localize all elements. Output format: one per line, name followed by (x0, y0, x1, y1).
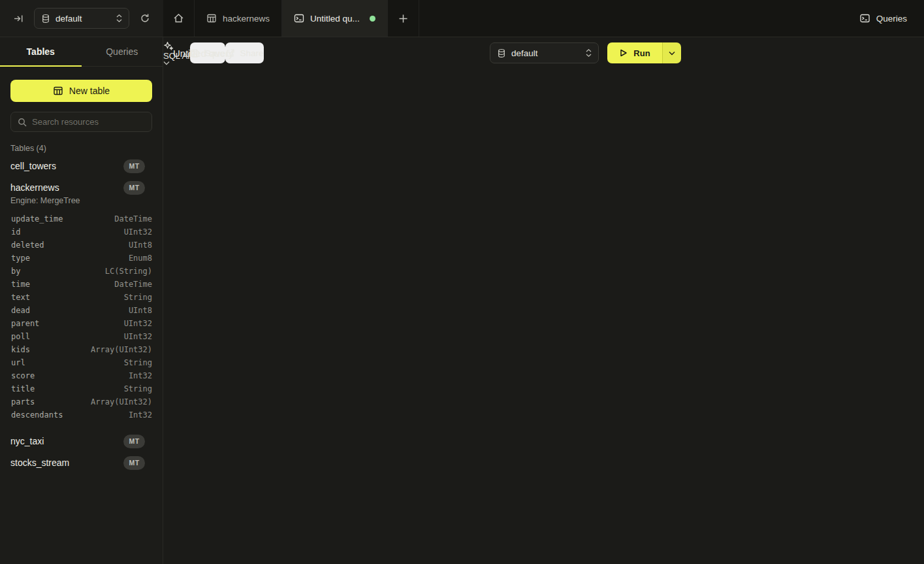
schema-row: kids Array(UInt32) (0, 343, 163, 356)
database-icon (497, 48, 506, 58)
schema-row: text String (0, 291, 163, 304)
unsaved-dot (370, 16, 375, 22)
tab-untitled-query[interactable]: Untitled qu... (282, 0, 388, 37)
table-name: nyc_taxi (10, 436, 123, 446)
column-type: Array(UInt32) (91, 397, 152, 406)
table-icon (206, 13, 217, 24)
search-icon (18, 118, 27, 127)
mergetree-badge: MT (123, 456, 145, 470)
unfold-icon (586, 48, 592, 58)
new-tab-button[interactable] (388, 0, 419, 37)
schema-row: title String (0, 382, 163, 395)
sidebar-tab-queries[interactable]: Queries (82, 37, 163, 66)
column-type: String (124, 358, 152, 367)
column-name: dead (11, 306, 30, 315)
refresh-icon[interactable] (136, 9, 154, 27)
tab-hackernews[interactable]: hackernews (195, 0, 282, 37)
mergetree-badge: MT (123, 181, 145, 195)
column-name: id (11, 227, 20, 237)
share-label: Share (240, 48, 264, 58)
column-type: String (124, 384, 152, 393)
query-title: Untitled query (173, 48, 234, 59)
hackernews-schema: update_time DateTime id UInt32 deleted U… (0, 212, 163, 422)
column-type: Enum8 (129, 254, 152, 263)
column-type: Int32 (129, 410, 152, 420)
resource-search-input[interactable] (32, 117, 145, 127)
sidebar-table-cell-towers[interactable]: cell_towers MT (0, 157, 163, 175)
schema-row: parts Array(UInt32) (0, 395, 163, 408)
column-type: LC(String) (105, 267, 152, 276)
sidebar-table-nyc-taxi[interactable]: nyc_taxi MT (0, 432, 163, 450)
schema-row: by LC(String) (0, 265, 163, 278)
top-bar: default hackernews Untitled qu... (0, 0, 924, 37)
column-type: UInt32 (124, 319, 152, 328)
new-table-button[interactable]: New table (10, 80, 152, 102)
column-name: type (11, 254, 30, 263)
schema-row: type Enum8 (0, 252, 163, 265)
column-type: DateTime (114, 214, 152, 224)
column-name: parts (11, 397, 35, 406)
run-button-group: Run (607, 42, 681, 63)
sidebar-tabs: Tables Queries (0, 37, 163, 67)
tab-strip: hackernews Untitled qu... Queries (163, 0, 924, 37)
column-name: title (11, 384, 35, 393)
resource-search[interactable] (10, 112, 152, 132)
schema-row: descendants Int32 (0, 408, 163, 422)
database-selector[interactable]: default (34, 8, 129, 29)
sidebar: Tables Queries New table Tables (4) cell… (0, 37, 163, 564)
run-button[interactable]: Run (607, 42, 662, 63)
column-type: UInt32 (124, 227, 152, 237)
schema-row: poll UInt32 (0, 330, 163, 343)
table-icon (53, 86, 63, 96)
tab-label: hackernews (223, 14, 270, 24)
column-type: UInt8 (129, 306, 152, 315)
table-name: hackernews (10, 182, 123, 193)
run-options-button[interactable] (662, 42, 681, 63)
column-name: descendants (11, 410, 63, 420)
unfold-icon (116, 14, 122, 23)
table-name: stocks_stream (10, 457, 123, 468)
queries-label: Queries (876, 14, 907, 24)
schema-row: url String (0, 356, 163, 369)
terminal-icon (294, 13, 304, 24)
column-name: time (11, 280, 30, 289)
column-name: url (11, 358, 25, 367)
column-name: parent (11, 319, 39, 328)
column-type: UInt8 (129, 241, 152, 250)
schema-row: time DateTime (0, 278, 163, 291)
column-name: deleted (11, 241, 44, 250)
tab-label: Untitled qu... (310, 14, 360, 24)
column-name: by (11, 267, 20, 276)
column-type: Int32 (129, 371, 152, 380)
column-name: kids (11, 345, 30, 354)
sidebar-table-stocks-stream[interactable]: stocks_stream MT (0, 454, 163, 472)
tab-home[interactable] (163, 0, 195, 37)
database-icon (41, 14, 50, 24)
sidebar-tab-tables[interactable]: Tables (0, 37, 82, 66)
queries-link[interactable]: Queries (842, 0, 924, 37)
engine-label: Engine: MergeTree (10, 196, 80, 205)
schema-row: deleted UInt8 (0, 239, 163, 252)
home-icon (173, 13, 184, 24)
play-icon (619, 48, 628, 58)
query-database-value: default (511, 48, 581, 58)
query-database-selector[interactable]: default (490, 42, 599, 63)
sidebar-table-hackernews[interactable]: hackernews MT (0, 178, 163, 197)
column-type: UInt32 (124, 332, 152, 341)
schema-row: id UInt32 (0, 225, 163, 239)
collapse-sidebar-icon[interactable] (9, 9, 27, 27)
sql-ai-options-button[interactable] (163, 61, 190, 65)
column-name: score (11, 371, 35, 380)
sidebar-header: default (0, 0, 163, 37)
column-name: update_time (11, 214, 63, 224)
column-name: poll (11, 332, 30, 341)
column-type: String (124, 293, 152, 302)
queries-icon (859, 13, 870, 24)
database-selector-value: default (56, 14, 111, 24)
schema-row: dead UInt8 (0, 304, 163, 317)
run-label: Run (633, 48, 650, 58)
app-window: default hackernews Untitled qu... (0, 0, 924, 564)
mergetree-badge: MT (123, 435, 145, 448)
mergetree-badge: MT (123, 159, 145, 173)
query-header: Untitled query default Run SQL AI (163, 37, 924, 69)
